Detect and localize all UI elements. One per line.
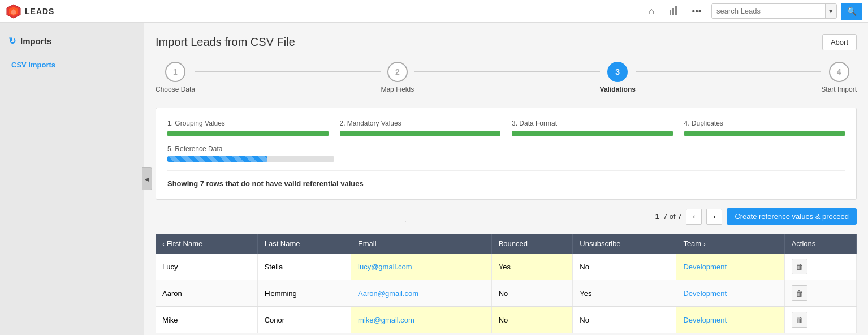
cell-email-2: mike@gmail.com [351,307,492,333]
search-go-button[interactable]: 🔍 [841,3,862,20]
delete-button-1[interactable]: 🗑 [792,285,807,301]
step-circle-2: 2 [387,62,408,82]
step-1: 1 Choose Data [156,62,195,93]
step-circle-3: 3 [607,62,628,82]
home-button[interactable]: ⌂ [641,1,662,22]
progress-fill-2 [340,131,501,136]
cell-team-1: Development [676,280,784,307]
logo-area: LEADS [6,3,96,19]
step-label-3: Validations [600,85,636,93]
table-controls: 1–7 of 7 ‹ › Create reference values & p… [655,208,857,225]
cell-actions-2: 🗑 [784,307,856,333]
progress-bg-5 [167,156,334,162]
cell-team-2: Development [676,307,784,333]
col-first-name: ‹ First Name [156,234,257,254]
cell-bounced-2: No [491,307,573,333]
validation-grid: 1. Grouping Values 2. Mandatory Values 3… [167,119,845,136]
delete-button-2[interactable]: 🗑 [792,312,807,328]
abort-button[interactable]: Abort [822,34,857,50]
search-input[interactable] [712,4,825,18]
step-3: 3 Validations [600,62,636,93]
validation-item-1: 1. Grouping Values [167,119,329,136]
chevron-left-icon: ‹ [693,213,695,221]
progress-fill-5 [167,156,267,162]
chevron-right-icon: › [713,213,715,221]
nav-icons: ⌂ ••• [641,1,707,22]
chart-icon [669,5,679,18]
search-area: ▾ [711,3,837,19]
svg-rect-5 [675,6,677,15]
cell-unsubscribe-0: No [573,254,676,280]
sidebar-item-csv-imports[interactable]: CSV Imports [0,57,144,72]
validation-panel: 1. Grouping Values 2. Mandatory Values 3… [156,108,857,200]
col-actions: Actions [784,234,856,254]
svg-rect-4 [672,8,674,15]
cell-last-name-0: Stella [257,254,351,280]
more-button[interactable]: ••• [686,1,707,22]
sidebar: ↻ Imports CSV Imports ◀ [0,23,144,335]
validation-item-4: 4. Duplicates [684,119,845,136]
main-content: Import Leads from CSV File Abort 1 Choos… [144,23,868,335]
data-table: ‹ First Name Last Name Email Bounced Uns… [156,234,857,333]
validation-label-1: 1. Grouping Values [167,119,329,127]
validation-label-4: 4. Duplicates [684,119,845,127]
progress-bg-1 [167,131,329,136]
validation-label-3: 3. Data Format [512,119,673,127]
validation-label-5: 5. Reference Data [167,145,334,153]
cell-bounced-1: No [491,280,573,307]
create-reference-button[interactable]: Create reference values & proceed [727,208,857,225]
validation-row2: 5. Reference Data [167,145,845,162]
page-title: Import Leads from CSV File [156,36,295,49]
cell-last-name-2: Conor [257,307,351,333]
page-header: Import Leads from CSV File Abort [156,34,857,50]
sidebar-collapse-button[interactable]: ◀ [142,168,152,190]
search-dropdown-button[interactable]: ▾ [825,4,836,18]
progress-fill-4 [684,131,845,136]
more-icon: ••• [692,6,702,16]
col-last-name: Last Name [257,234,351,254]
col-email: Email [351,234,492,254]
svg-rect-3 [670,10,671,15]
dot-label: . [156,214,655,225]
chevron-down-icon: ▾ [829,7,833,15]
validation-label-2: 2. Mandatory Values [340,119,501,127]
sidebar-arrow-icon: ↻ [8,36,16,46]
cell-actions-1: 🗑 [784,280,856,307]
pagination-prev-button[interactable]: ‹ [686,209,702,225]
logo-icon [6,3,21,19]
trash-icon: 🗑 [796,263,803,271]
app-layout: ↻ Imports CSV Imports ◀ Import Leads fro… [0,23,868,335]
validation-divider [167,170,845,171]
cell-bounced-0: Yes [491,254,573,280]
search-icon: 🔍 [847,7,857,16]
pagination-next-button[interactable]: › [706,209,722,225]
col-bounced: Bounced [491,234,573,254]
collapse-icon: ◀ [145,176,149,182]
delete-button-0[interactable]: 🗑 [792,259,807,274]
step-connector-2-3 [414,71,599,72]
step-connector-1-2 [195,71,381,72]
step-4: 4 Start Import [821,62,857,93]
validation-item-3: 3. Data Format [512,119,673,136]
col-team: Team › [676,234,784,254]
prev-col-icon[interactable]: ‹ [162,240,165,247]
chart-button[interactable] [664,1,684,22]
cell-first-name-2: Mike [156,307,257,333]
sidebar-title-text: Imports [20,36,51,46]
cell-unsubscribe-1: Yes [573,280,676,307]
top-nav: LEADS ⌂ ••• ▾ 🔍 [0,0,868,23]
cell-email-0: lucy@gmail.com [351,254,492,280]
step-circle-1: 1 [165,62,185,82]
sidebar-title: ↻ Imports [0,31,144,51]
cell-last-name-1: Flemming [257,280,351,307]
step-label-2: Map Fields [381,85,414,93]
showing-rows-text: Showing 7 rows that do not have valid re… [167,179,845,188]
next-col-icon[interactable]: › [703,240,706,247]
progress-bg-3 [512,131,673,136]
cell-unsubscribe-2: No [573,307,676,333]
progress-fill-1 [167,131,329,136]
table-row: Mike Conor mike@gmail.com No No Developm… [156,307,857,333]
cell-first-name-0: Lucy [156,254,257,280]
col-unsubscribe: Unsubscribe [573,234,676,254]
progress-bg-4 [684,131,845,136]
